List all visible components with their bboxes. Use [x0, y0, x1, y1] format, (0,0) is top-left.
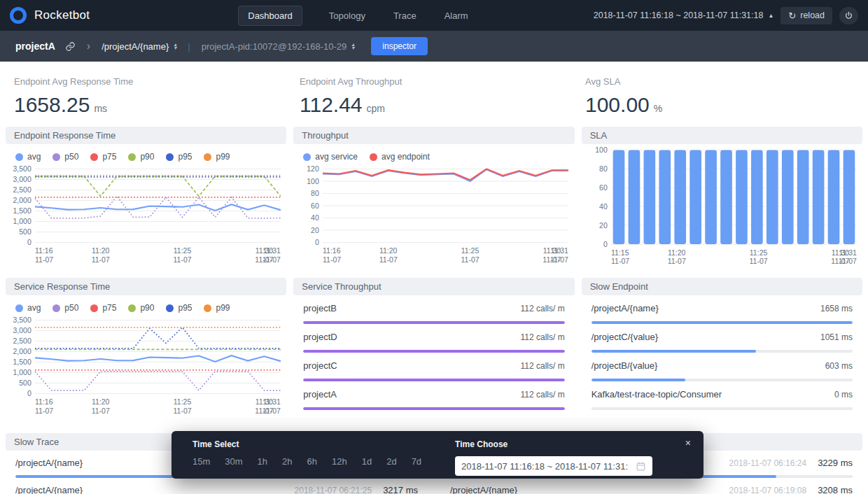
- slow-endpoint-row[interactable]: /projectC/{value}1051 ms: [582, 324, 862, 353]
- time-option-2d[interactable]: 2d: [386, 456, 396, 467]
- svg-text:11:31: 11:31: [262, 246, 281, 255]
- svg-text:100: 100: [595, 146, 608, 154]
- chart-service-response-time: 05001,0001,5002,0002,5003,0003,50011:161…: [6, 314, 286, 425]
- legend-dot: [166, 304, 174, 312]
- svg-text:80: 80: [311, 189, 319, 197]
- instance-select[interactable]: projectA-pid:10072@192-168-10-29 ▴▾: [202, 41, 355, 52]
- legend-label: p90: [140, 152, 154, 162]
- project-name[interactable]: projectA: [15, 41, 55, 52]
- svg-text:500: 500: [19, 379, 31, 387]
- panel-service-throughput: Service ThroughputprojectB112 calls/ mpr…: [293, 278, 574, 425]
- metric-unit: ms: [94, 103, 107, 114]
- svg-text:11:31: 11:31: [262, 397, 281, 406]
- service-throughput-row[interactable]: projectA112 calls/ m: [293, 381, 574, 410]
- svg-text:500: 500: [19, 227, 31, 236]
- slow-endpoint-row[interactable]: Kafka/test-trace-topic/Consumer0 ms: [582, 381, 862, 410]
- metric-unit: %: [654, 103, 662, 114]
- legend-label: p90: [140, 303, 154, 313]
- slow-endpoint-name: /projectC/{value}: [592, 332, 658, 342]
- slow-trace-row[interactable]: /projectA/{name}2018-11-07 06:19:083208 …: [443, 478, 860, 494]
- legend-dot: [15, 153, 23, 161]
- legend-item-p95[interactable]: p95: [166, 152, 192, 162]
- legend-label: p50: [64, 152, 78, 162]
- legend-label: avg endpoint: [382, 152, 430, 162]
- svg-text:11:31: 11:31: [551, 246, 569, 255]
- panel-title: Service Throughput: [293, 278, 574, 295]
- legend-item-p75[interactable]: p75: [90, 303, 116, 313]
- chart-area: 05001,0001,5002,0002,5003,0003,50011:161…: [6, 163, 286, 274]
- svg-text:11-07: 11-07: [92, 255, 110, 264]
- metric-card-endpoint-avg-throughput: Endpoint Avg Throughput112.44cpm: [291, 72, 577, 121]
- sort-arrows-icon: ▴▾: [351, 43, 354, 50]
- slow-endpoint-row[interactable]: /projectA/{name}1658 ms: [582, 295, 862, 324]
- legend-item-avg-endpoint[interactable]: avg endpoint: [370, 152, 430, 162]
- power-button[interactable]: [839, 7, 858, 24]
- legend-item-p95[interactable]: p95: [166, 303, 192, 313]
- time-option-7d[interactable]: 7d: [412, 456, 421, 467]
- svg-text:60: 60: [311, 202, 319, 210]
- legend-label: avg: [27, 303, 41, 313]
- legend-item-avg-service[interactable]: avg service: [303, 152, 358, 162]
- time-range-text: 2018-11-07 11:16:18 ~ 2018-11-07 11:31:1…: [594, 10, 764, 20]
- svg-text:11:20: 11:20: [379, 246, 398, 255]
- popup-close-icon[interactable]: ×: [685, 437, 691, 449]
- panel-title: Slow Endpoint: [582, 278, 862, 295]
- time-option-30m[interactable]: 30m: [225, 456, 242, 467]
- time-option-12h[interactable]: 12h: [332, 456, 347, 467]
- time-option-2h[interactable]: 2h: [282, 456, 292, 467]
- legend-item-p75[interactable]: p75: [90, 152, 116, 162]
- legend-item-p50[interactable]: p50: [52, 152, 78, 162]
- link-icon[interactable]: [65, 41, 76, 52]
- svg-text:2,000: 2,000: [13, 347, 31, 355]
- slow-endpoint-row[interactable]: /projectB/{value}603 ms: [582, 353, 862, 381]
- trace-timestamp: 2018-11-07 06:16:24: [729, 458, 807, 468]
- slow-trace-row[interactable]: /projectA/{name}2018-11-07 06:21:253217 …: [8, 478, 425, 494]
- nav-item-trace[interactable]: Trace: [392, 6, 418, 25]
- legend-item-p50[interactable]: p50: [52, 303, 78, 313]
- legend-item-avg[interactable]: avg: [15, 152, 41, 162]
- reload-button[interactable]: ↻ reload: [780, 7, 832, 24]
- trace-name: /projectA/{name}: [450, 485, 729, 494]
- chart-throughput: 02040608010012011:1611-0711:2011-0711:25…: [293, 163, 574, 274]
- svg-text:11-07: 11-07: [550, 255, 568, 264]
- svg-text:20: 20: [311, 226, 319, 234]
- inspector-button[interactable]: inspector: [371, 37, 428, 55]
- svg-text:11:20: 11:20: [668, 248, 686, 257]
- svg-text:1,500: 1,500: [13, 206, 31, 215]
- chart-area: 05001,0001,5002,0002,5003,0003,50011:161…: [6, 314, 286, 425]
- svg-text:0: 0: [27, 238, 31, 246]
- metric-value: 100.00%: [585, 93, 854, 117]
- time-option-1d[interactable]: 1d: [362, 456, 372, 467]
- time-range-display[interactable]: 2018-11-07 11:16:18 ~ 2018-11-07 11:31:1…: [594, 10, 774, 20]
- service-throughput-row[interactable]: projectB112 calls/ m: [293, 295, 574, 324]
- calendar-icon[interactable]: [636, 461, 646, 472]
- time-option-15m[interactable]: 15m: [192, 456, 210, 467]
- svg-text:11-07: 11-07: [323, 255, 341, 264]
- panel-title: Throughput: [293, 127, 574, 144]
- legend-dot: [52, 304, 60, 312]
- legend-item-p90[interactable]: p90: [128, 303, 154, 313]
- svg-text:11:16: 11:16: [35, 246, 53, 255]
- caret-up-icon: ▲: [768, 13, 774, 19]
- legend-item-p99[interactable]: p99: [204, 303, 230, 313]
- svg-text:40: 40: [599, 202, 608, 211]
- legend-label: p99: [216, 303, 230, 313]
- nav-item-topology[interactable]: Topology: [328, 6, 367, 25]
- nav-item-alarm[interactable]: Alarm: [443, 6, 470, 25]
- svg-text:11-07: 11-07: [174, 255, 192, 264]
- nav-item-dashboard[interactable]: Dashboard: [238, 6, 302, 26]
- trace-timestamp: 2018-11-07 06:21:25: [295, 486, 372, 494]
- legend-item-p99[interactable]: p99: [204, 152, 230, 162]
- time-range-input[interactable]: [461, 461, 628, 472]
- trace-timestamp: 2018-11-07 06:19:08: [729, 486, 807, 494]
- svg-text:0: 0: [27, 389, 31, 397]
- time-option-6h[interactable]: 6h: [307, 456, 317, 467]
- time-option-1h[interactable]: 1h: [258, 456, 267, 467]
- service-throughput-row[interactable]: projectC112 calls/ m: [293, 353, 574, 381]
- service-throughput-row[interactable]: projectD112 calls/ m: [293, 324, 574, 353]
- legend-item-p90[interactable]: p90: [128, 152, 154, 162]
- legend-item-avg[interactable]: avg: [15, 303, 41, 313]
- panel-endpoint-response-time: Endpoint Response Timeavgp50p75p90p95p99…: [6, 127, 286, 275]
- sort-arrows-icon: ▴▾: [174, 43, 176, 50]
- endpoint-select[interactable]: /projectA/{name} ▴▾: [102, 41, 176, 52]
